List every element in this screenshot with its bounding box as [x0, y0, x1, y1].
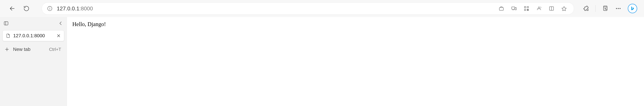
svg-point-24 — [620, 8, 620, 9]
refresh-icon — [24, 6, 30, 12]
main-area: 127.0.0.1:8000 New tab Ctrl+T Hello, Dja… — [0, 17, 644, 106]
file-icon — [6, 33, 10, 38]
qr-button[interactable] — [524, 6, 530, 12]
browser-right-toolbar — [576, 4, 640, 13]
svg-rect-7 — [515, 8, 516, 10]
devices-icon — [511, 6, 516, 11]
close-tab-button[interactable] — [56, 33, 61, 38]
svg-rect-4 — [499, 8, 504, 10]
read-aloud-button[interactable] — [536, 6, 542, 12]
info-icon — [47, 6, 53, 11]
svg-rect-9 — [527, 7, 528, 8]
address-bar-actions — [498, 6, 569, 12]
more-button[interactable] — [614, 5, 622, 12]
url-host: 127.0.0.1 — [57, 6, 79, 12]
split-screen-icon — [549, 6, 554, 11]
tab-actions-button[interactable] — [4, 21, 9, 26]
plus-icon — [4, 47, 9, 52]
svg-rect-25 — [4, 22, 8, 25]
page-content: Hello, Django! — [67, 17, 644, 106]
svg-rect-11 — [527, 9, 528, 10]
devices-button[interactable] — [511, 6, 517, 12]
svg-rect-8 — [524, 7, 526, 8]
collapse-sidebar-button[interactable] — [58, 21, 63, 26]
browser-toolbar: 127.0.0.1:8000 — [0, 0, 644, 17]
url-port: :8000 — [79, 6, 93, 12]
sidebar-header — [2, 18, 64, 28]
qr-icon — [524, 6, 529, 11]
favorite-button[interactable] — [561, 6, 567, 12]
back-button[interactable] — [8, 5, 16, 12]
svg-rect-14 — [528, 10, 528, 11]
svg-point-3 — [50, 7, 50, 8]
svg-rect-5 — [512, 7, 515, 9]
split-screen-button[interactable] — [548, 6, 554, 12]
chevron-left-icon — [58, 21, 63, 26]
svg-point-22 — [616, 8, 617, 9]
tab-title: 127.0.0.1:8000 — [13, 33, 54, 38]
new-tab-label: New tab — [13, 47, 46, 52]
new-tab-shortcut: Ctrl+T — [49, 47, 63, 52]
page-body-text: Hello, Django! — [72, 21, 638, 27]
svg-rect-13 — [527, 10, 528, 11]
address-bar[interactable]: 127.0.0.1:8000 — [42, 2, 574, 15]
bing-chat-button[interactable] — [628, 4, 637, 13]
collections-button[interactable] — [601, 5, 609, 12]
bing-icon — [630, 6, 635, 11]
refresh-button[interactable] — [23, 5, 30, 12]
svg-rect-10 — [524, 9, 526, 11]
vertical-tabs-sidebar: 127.0.0.1:8000 New tab Ctrl+T — [0, 17, 67, 106]
tab-actions-icon — [4, 21, 9, 26]
svg-marker-18 — [562, 7, 566, 11]
svg-point-23 — [618, 8, 619, 9]
collections-icon — [602, 6, 608, 12]
arrow-left-icon — [9, 6, 15, 12]
tab-favicon — [6, 33, 10, 38]
vertical-tab[interactable]: 127.0.0.1:8000 — [2, 30, 64, 41]
vertical-tab-list: 127.0.0.1:8000 — [2, 30, 64, 41]
read-aloud-icon — [536, 6, 542, 11]
plus-icon-wrap — [4, 47, 10, 52]
nav-buttons — [4, 5, 30, 12]
site-info-button[interactable] — [47, 6, 53, 11]
briefcase-icon — [499, 6, 504, 11]
url-text[interactable]: 127.0.0.1:8000 — [57, 6, 494, 12]
shopping-button[interactable] — [498, 6, 504, 12]
extensions-button[interactable] — [582, 5, 590, 12]
svg-rect-12 — [528, 9, 528, 10]
puzzle-icon — [583, 6, 589, 12]
new-tab-button[interactable]: New tab Ctrl+T — [2, 44, 64, 54]
close-icon — [56, 34, 61, 38]
more-icon — [615, 6, 621, 12]
star-icon — [561, 6, 567, 11]
